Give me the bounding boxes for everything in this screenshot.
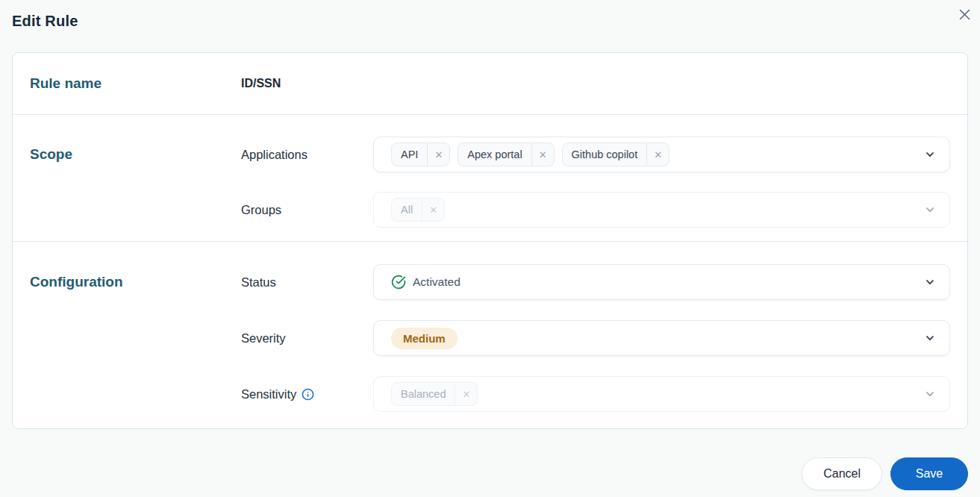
severity-label: Severity: [241, 331, 373, 346]
tag-chip: Apex portal✕: [458, 143, 554, 167]
tag-label: Balanced: [392, 383, 455, 406]
applications-select[interactable]: API✕Apex portal✕Github copilot✕: [373, 137, 950, 172]
save-button[interactable]: Save: [890, 457, 968, 490]
severity-badge: Medium: [391, 328, 458, 349]
sensitivity-select: Balanced✕: [373, 376, 950, 412]
tag-chip: Github copilot✕: [562, 143, 670, 167]
status-select[interactable]: Activated: [373, 264, 950, 300]
rule-name-section: Rule name ID/SSN: [13, 53, 967, 114]
chevron-down-icon: [924, 149, 936, 160]
tag-label: Apex portal: [458, 143, 531, 166]
circle-check-icon: [391, 275, 406, 290]
chevron-down-icon: [924, 332, 936, 344]
edit-rule-form-card: Rule name ID/SSN Scope Applications API✕…: [12, 52, 968, 429]
close-button[interactable]: [956, 6, 973, 22]
scope-section: Scope Applications API✕Apex portal✕Githu…: [13, 114, 967, 241]
tag-chip: All✕: [391, 198, 445, 222]
chevron-down-icon: [924, 388, 936, 400]
applications-label: Applications: [241, 148, 373, 162]
tag-label: Github copilot: [563, 143, 647, 166]
scope-heading: Scope: [30, 137, 241, 172]
tag-chip: Balanced✕: [391, 382, 478, 407]
rule-name-value: ID/SSN: [241, 77, 281, 90]
severity-select[interactable]: Medium: [373, 320, 950, 356]
severity-row: Severity Medium: [241, 320, 950, 356]
tag-remove-icon[interactable]: ✕: [427, 143, 449, 166]
tag-remove-icon: ✕: [422, 199, 444, 222]
sensitivity-row: Sensitivity Balanced✕: [241, 376, 950, 412]
close-icon: [958, 8, 971, 21]
cancel-button[interactable]: Cancel: [802, 457, 882, 490]
groups-row: Groups All✕: [241, 192, 950, 228]
tag-remove-icon: ✕: [455, 383, 477, 406]
tag-remove-icon[interactable]: ✕: [646, 143, 669, 166]
info-icon[interactable]: [302, 388, 314, 401]
tag-label: API: [392, 143, 427, 166]
tag-remove-icon[interactable]: ✕: [531, 143, 554, 166]
status-row: Status Activated: [241, 264, 950, 300]
status-label: Status: [241, 275, 373, 290]
rule-name-heading: Rule name: [30, 75, 241, 92]
configuration-heading: Configuration: [30, 264, 241, 300]
applications-row: Applications API✕Apex portal✕Github copi…: [241, 137, 950, 172]
chevron-down-icon: [924, 276, 936, 288]
status-value: Activated: [413, 275, 461, 289]
configuration-section: Configuration Status Activated: [13, 241, 967, 428]
dialog-footer: Cancel Save: [12, 457, 968, 490]
dialog-header: Edit Rule: [0, 0, 980, 30]
groups-label: Groups: [241, 203, 373, 217]
page-title: Edit Rule: [12, 13, 968, 30]
groups-select: All✕: [373, 192, 950, 228]
chevron-down-icon: [924, 204, 936, 216]
sensitivity-label: Sensitivity: [241, 387, 373, 401]
tag-label: All: [392, 199, 422, 222]
tag-chip: API✕: [391, 143, 450, 167]
